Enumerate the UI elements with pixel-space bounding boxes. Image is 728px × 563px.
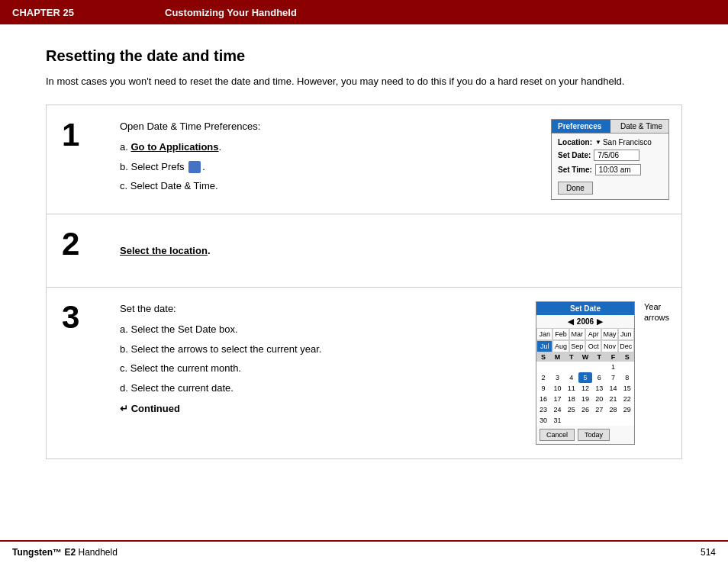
day-27[interactable]: 27 <box>592 404 606 415</box>
month-mar[interactable]: Mar <box>569 328 585 340</box>
day-30[interactable]: 30 <box>536 415 550 426</box>
day-23[interactable]: 23 <box>536 404 550 415</box>
step-1a: Go to Applications. <box>120 140 536 155</box>
step-1-content: Open Date & Time Preferences: Go to Appl… <box>108 105 681 214</box>
step-2-number: 2 <box>47 214 108 287</box>
prefs-tab-left: Preferences <box>552 120 610 133</box>
day-24[interactable]: 24 <box>550 404 564 415</box>
step-3-content: Set the date: Select the Set Date box. S… <box>108 288 681 458</box>
prefs-titlebar: Preferences Date & Time <box>552 120 668 134</box>
day-28[interactable]: 28 <box>606 404 620 415</box>
step-3d: Select the current date. <box>120 381 520 396</box>
day-6[interactable]: 6 <box>592 372 606 383</box>
prefs-setdate-label: Set Date: <box>558 151 591 159</box>
page-footer: Tungsten™ E2 Handheld 514 <box>0 540 728 563</box>
page-header: CHAPTER 25 Customizing Your Handheld <box>0 0 728 24</box>
step-2-text: Select the location. <box>120 228 211 273</box>
day-1[interactable]: 1 <box>606 362 620 372</box>
day-12[interactable]: 12 <box>578 383 592 394</box>
setdate-year-row: ◀ 2006 ▶ <box>536 315 634 328</box>
day-3[interactable]: 3 <box>550 372 564 383</box>
step-1: 1 Open Date & Time Preferences: Go to Ap… <box>47 105 681 214</box>
day-empty9 <box>592 415 606 426</box>
prefs-location-value: San Francisco <box>603 138 652 146</box>
section-title: Resetting the date and time <box>46 47 682 65</box>
day-8[interactable]: 8 <box>620 372 634 383</box>
day-19[interactable]: 19 <box>578 394 592 404</box>
day-11[interactable]: 11 <box>565 383 578 394</box>
select-location-link[interactable]: Select the location <box>120 245 208 256</box>
day-29[interactable]: 29 <box>620 404 634 415</box>
step-3: 3 Set the date: Select the Set Date box.… <box>47 288 681 458</box>
day-4[interactable]: 4 <box>565 372 578 383</box>
months-row2: Jul Aug Sep Oct Nov Dec <box>536 340 634 352</box>
prefs-tab-right: Date & Time <box>610 120 669 133</box>
chapter-title: Customizing Your Handheld <box>165 7 297 18</box>
day-14[interactable]: 14 <box>606 383 620 394</box>
footer-product-name: Tungsten™ E2 Handheld <box>12 547 118 558</box>
day-25[interactable]: 25 <box>565 404 578 415</box>
day-empty4 <box>578 362 592 372</box>
year-right-arrow[interactable]: ▶ <box>597 317 603 326</box>
prefs-dropdown-arrow: ▼ <box>595 139 601 146</box>
month-sep[interactable]: Sep <box>569 340 585 352</box>
prefs-location-dropdown: ▼ San Francisco <box>595 138 652 146</box>
day-empty3 <box>565 362 578 372</box>
month-nov[interactable]: Nov <box>601 340 617 352</box>
month-aug[interactable]: Aug <box>552 340 569 352</box>
step-3-number: 3 <box>47 288 108 458</box>
day-7[interactable]: 7 <box>606 372 620 383</box>
prefs-done-area: Done <box>558 182 662 195</box>
day-17[interactable]: 17 <box>550 394 564 404</box>
step-3-intro: Set the date: <box>120 301 520 317</box>
day-18[interactable]: 18 <box>565 394 578 404</box>
step-1-number: 1 <box>47 105 108 214</box>
month-dec[interactable]: Dec <box>618 340 634 352</box>
month-feb[interactable]: Feb <box>552 328 569 340</box>
step-2: 2 Select the location. <box>47 214 681 288</box>
month-jun[interactable]: Jun <box>618 328 634 340</box>
day-s1: S <box>536 352 550 362</box>
day-26[interactable]: 26 <box>578 404 592 415</box>
prefs-settime-value: 10:03 am <box>595 164 641 175</box>
day-2[interactable]: 2 <box>536 372 550 383</box>
day-empty8 <box>578 415 592 426</box>
day-9[interactable]: 9 <box>536 383 550 394</box>
today-button[interactable]: Today <box>578 429 610 441</box>
month-jul[interactable]: Jul <box>536 340 552 352</box>
day-empty7 <box>565 415 578 426</box>
year-left-arrow[interactable]: ◀ <box>568 317 574 326</box>
day-16[interactable]: 16 <box>536 394 550 404</box>
month-jan[interactable]: Jan <box>536 328 552 340</box>
month-apr[interactable]: Apr <box>585 328 601 340</box>
main-content: Resetting the date and time In most case… <box>0 24 728 475</box>
day-22[interactable]: 22 <box>620 394 634 404</box>
continued-label: Continued <box>120 403 520 414</box>
day-20[interactable]: 20 <box>592 394 606 404</box>
step-3b: Select the arrows to select the current … <box>120 342 520 357</box>
day-21[interactable]: 21 <box>606 394 620 404</box>
step-2-content: Select the location. <box>108 214 681 287</box>
step-1-text: Open Date & Time Preferences: Go to Appl… <box>120 119 536 198</box>
day-31[interactable]: 31 <box>550 415 564 426</box>
setdate-screenshot: Set Date ◀ 2006 ▶ Jan Feb Mar Apr <box>536 301 635 445</box>
month-may[interactable]: May <box>601 328 617 340</box>
step-3-text: Set the date: Select the Set Date box. S… <box>120 301 520 415</box>
day-13[interactable]: 13 <box>592 383 606 394</box>
go-to-applications-link[interactable]: Go to Applications <box>130 141 218 153</box>
days-header: S M T W T F S <box>536 352 634 362</box>
day-t2: T <box>592 352 606 362</box>
day-empty10 <box>606 415 620 426</box>
month-oct[interactable]: Oct <box>585 340 601 352</box>
prefs-done-button[interactable]: Done <box>558 182 593 195</box>
setdate-buttons: Cancel Today <box>536 426 634 444</box>
setdate-titlebar: Set Date <box>536 302 634 315</box>
year-arrows-label: Yeararrows <box>644 301 669 323</box>
chapter-label: CHAPTER 25 <box>12 7 165 18</box>
day-15[interactable]: 15 <box>620 383 634 394</box>
day-10[interactable]: 10 <box>550 383 564 394</box>
day-5-selected[interactable]: 5 <box>578 372 592 383</box>
cancel-button[interactable]: Cancel <box>540 429 575 441</box>
step-1b: Select Prefs . <box>120 159 536 175</box>
footer-page-number: 514 <box>701 547 716 558</box>
